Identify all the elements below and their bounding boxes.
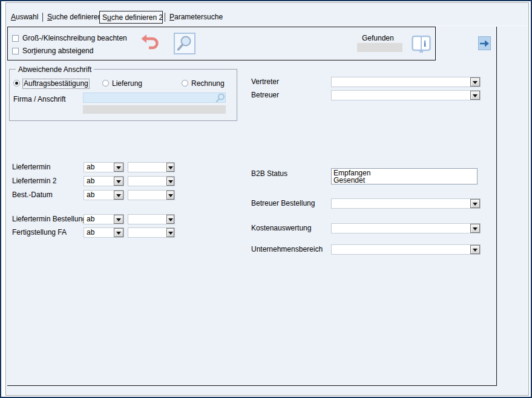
undo-button[interactable] (141, 33, 160, 53)
tab-separator (165, 13, 165, 22)
firma-anschrift-field2 (83, 105, 226, 114)
tab-suche-definieren[interactable]: Suche definieren (45, 11, 104, 24)
chevron-down-icon[interactable] (166, 228, 174, 237)
chevron-down-icon[interactable] (114, 215, 123, 224)
checkbox-box (12, 48, 19, 54)
chevron-down-icon[interactable] (114, 191, 123, 200)
search-icon (176, 34, 194, 53)
kostenauswertung-label: Kostenauswertung (251, 224, 311, 232)
betreuer-bestellung-select[interactable] (331, 198, 481, 209)
undo-icon (141, 33, 160, 53)
firma-search-icon[interactable] (215, 93, 225, 103)
kostenauswertung-select[interactable] (331, 223, 481, 233)
tabpage-top-edge (6, 25, 528, 26)
radio-label: Lieferung (112, 80, 142, 88)
chevron-down-icon[interactable] (166, 163, 174, 172)
liefertermin-label: Liefertermin (12, 163, 50, 171)
tab-parametersuche[interactable]: Parametersuche (167, 11, 225, 24)
liefertermin-op-select[interactable]: ab (84, 162, 124, 172)
b2b-status-option[interactable]: Gesendet (332, 177, 477, 184)
betreuer-label: Betreuer (251, 91, 279, 99)
chevron-down-icon[interactable] (114, 177, 123, 186)
svg-text:i: i (424, 39, 426, 48)
b2b-status-label: B2B Status (251, 170, 287, 178)
radio-circle (102, 80, 109, 86)
tab-label: Auswahl (11, 13, 38, 21)
combo-value: ab (87, 163, 94, 171)
chevron-down-icon[interactable] (166, 191, 174, 200)
radio-label: Rechnung (191, 80, 225, 88)
combo-value: ab (87, 191, 94, 199)
unternehmensbereich-label: Unternehmensbereich (251, 246, 323, 253)
app-window: Auswahl Suche definieren Suche definiere… (0, 0, 532, 398)
found-count-field (357, 43, 402, 52)
combo-value: ab (87, 228, 94, 237)
liefertermin-2-op-select[interactable]: ab (84, 176, 124, 186)
combo-value: ab (87, 215, 94, 223)
chevron-down-icon[interactable] (114, 163, 123, 172)
liefertermin-2-value-select[interactable] (128, 176, 175, 186)
tab-label: Suche definieren 2 (102, 13, 163, 22)
liefertermin-value-select[interactable] (128, 162, 175, 172)
tab-auswahl[interactable]: Auswahl (8, 11, 41, 24)
chevron-down-icon[interactable] (166, 177, 174, 186)
liefertermin-bestellung-label: Liefertermin Bestellung (12, 215, 87, 223)
chevron-down-icon[interactable] (114, 228, 123, 237)
best-datum-value-select[interactable] (128, 190, 175, 200)
liefertermin-bestellung-value-select[interactable] (128, 214, 175, 224)
info-book-button[interactable]: i (410, 34, 432, 53)
checkbox-box (12, 35, 19, 42)
tab-separator (42, 13, 43, 22)
checkbox-label: Groß-/Kleinschreibung beachten (22, 34, 127, 42)
tab-label: Suche definieren (47, 13, 102, 21)
fertigstellung-fa-value-select[interactable] (128, 227, 175, 238)
found-label: Gefunden (362, 34, 394, 42)
best-datum-op-select[interactable]: ab (84, 190, 124, 200)
unternehmensbereich-select[interactable] (331, 244, 481, 255)
chevron-down-icon[interactable] (470, 224, 480, 233)
tab-label: Parametersuche (169, 13, 223, 21)
tab-suche-definieren-2[interactable]: Suche definieren 2 (99, 11, 163, 24)
betreuer-select[interactable] (331, 90, 481, 100)
form-right-border (496, 27, 497, 386)
fertigstellung-fa-label: Fertigstellung FA (12, 229, 67, 237)
radio-circle (13, 80, 20, 86)
radio-dot (15, 82, 18, 85)
chevron-down-icon[interactable] (470, 245, 480, 254)
combo-value: ab (87, 177, 94, 185)
liefertermin-bestellung-op-select[interactable]: ab (84, 214, 124, 224)
b2b-status-listbox[interactable]: Empfangen Gesendet (331, 168, 478, 184)
chevron-down-icon[interactable] (470, 91, 480, 100)
search-button[interactable] (174, 33, 195, 54)
vertreter-select[interactable] (331, 77, 481, 87)
group-title: Abweichende Anschrift (16, 65, 94, 74)
firma-anschrift-label: Firma / Anschrift (13, 96, 66, 103)
chevron-down-icon[interactable] (470, 77, 480, 86)
firma-anschrift-input[interactable] (83, 93, 226, 103)
next-button[interactable] (478, 36, 491, 50)
liefertermin-2-label: Liefertermin 2 (12, 177, 56, 185)
arrow-right-icon (479, 39, 490, 48)
fertigstellung-fa-op-select[interactable]: ab (84, 227, 124, 238)
chevron-down-icon[interactable] (166, 215, 174, 224)
vertreter-label: Vertreter (251, 78, 279, 86)
radio-label: Auftragsbestätigung (24, 80, 88, 88)
form-bottom-border (7, 385, 497, 386)
radio-circle (182, 80, 188, 86)
book-info-icon: i (410, 34, 432, 53)
best-datum-label: Best.-Datum (12, 191, 53, 199)
chevron-down-icon[interactable] (470, 199, 480, 208)
betreuer-bestellung-label: Betreuer Bestellung (251, 200, 315, 207)
checkbox-label: Sortierung absteigend (22, 47, 93, 55)
